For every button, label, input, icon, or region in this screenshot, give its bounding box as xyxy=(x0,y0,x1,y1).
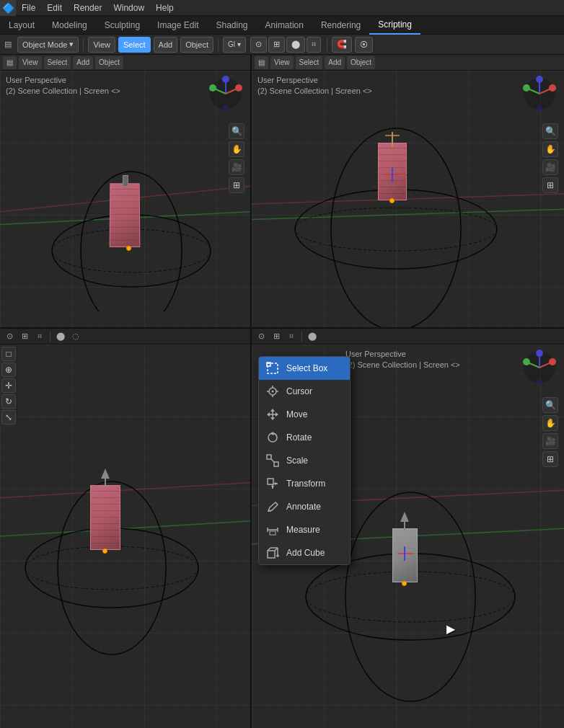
tab-modeling[interactable]: Modeling xyxy=(43,16,96,35)
vp-br-persp-btn[interactable]: ⊞ xyxy=(542,451,558,467)
tab-rendering[interactable]: Rendering xyxy=(312,16,369,35)
vp-br-icon4[interactable]: ⬤ xyxy=(306,330,319,343)
vp-tr-zoom-btn[interactable]: 🔍 xyxy=(542,123,558,139)
vp-br-label: User Perspective (2) Scene Collection | … xyxy=(345,349,460,371)
vp-tl-select-btn[interactable]: Select xyxy=(44,56,71,69)
tab-sculpting[interactable]: Sculpting xyxy=(96,16,149,35)
vp-tr-mode-btn[interactable]: ▤ xyxy=(255,56,268,69)
menu-edit[interactable]: Edit xyxy=(41,0,68,16)
scale-label: Scale xyxy=(286,456,308,466)
menu-file[interactable]: File xyxy=(16,0,41,16)
vp-br-header: ⊙ ⊞ ⌗ ⬤ xyxy=(252,329,564,345)
vp-tl-view-btn[interactable]: View xyxy=(19,56,42,69)
vp-bl-icon3[interactable]: ⌗ xyxy=(33,330,46,343)
global-local-btn[interactable]: Gl ▾ xyxy=(223,37,246,53)
svg-point-28 xyxy=(523,84,530,92)
vp-tl-add-btn[interactable]: Add xyxy=(73,56,93,69)
vp-bl-icon2[interactable]: ⊞ xyxy=(18,330,31,343)
measure-icon xyxy=(266,523,279,536)
tab-scripting[interactable]: Scripting xyxy=(369,16,420,35)
vp-bl-icon5[interactable]: ◌ xyxy=(69,330,82,343)
viewport-top-right[interactable]: ▤ View Select Add Object User Perspectiv… xyxy=(252,55,564,329)
tab-layout[interactable]: Layout xyxy=(0,16,43,35)
view-menu-btn[interactable]: View xyxy=(88,37,115,53)
menu-render[interactable]: Render xyxy=(68,0,107,16)
add-cube-icon xyxy=(266,546,279,559)
svg-point-56 xyxy=(549,358,556,365)
vp-tl-header: ▤ View Select Add Object xyxy=(0,55,250,71)
dropdown-item-move[interactable]: Move xyxy=(259,403,350,426)
select-menu-btn[interactable]: Select xyxy=(118,37,151,53)
tab-animation[interactable]: Animation xyxy=(257,16,312,35)
vp-br-collection: (2) Scene Collection | Screen <> xyxy=(345,360,460,370)
viewport-top-left[interactable]: ▤ View Select Add Object xyxy=(0,55,252,329)
tab-image-edit[interactable]: Image Edit xyxy=(149,16,207,35)
viewport-shading-btn2[interactable]: ⊞ xyxy=(268,37,285,53)
scale-icon xyxy=(266,454,279,467)
vp-tr-orbit-btn[interactable]: 🎥 xyxy=(542,159,558,175)
vp-bl-icon4[interactable]: ⬤ xyxy=(54,330,67,343)
dropdown-item-rotate[interactable]: Rotate xyxy=(259,426,350,449)
main-viewport-area: ▤ View Select Add Object xyxy=(0,55,564,728)
add-menu-btn[interactable]: Add xyxy=(154,37,178,53)
vp-tl-collection: (2) Scene Collection | Screen <> xyxy=(6,86,120,97)
vp-tl-persp-btn[interactable]: ⊞ xyxy=(229,177,244,193)
vp-tl-mode-btn[interactable]: ▤ xyxy=(3,56,17,69)
dropdown-item-cursor[interactable]: Cursor xyxy=(259,380,350,403)
svg-point-29 xyxy=(537,105,542,111)
cursor-label: Cursor xyxy=(286,386,312,396)
vp-tl-zoom-btn[interactable]: 🔍 xyxy=(229,123,244,139)
vp-tr-select-btn[interactable]: Select xyxy=(296,56,323,69)
dropdown-item-transform[interactable]: Transform xyxy=(259,472,350,495)
vp-tl-obj-btn[interactable]: Object xyxy=(95,56,123,69)
vp-tr-persp-btn[interactable]: ⊞ xyxy=(542,177,558,193)
object-mode-dropdown[interactable]: Object Mode ▾ xyxy=(17,37,79,53)
dropdown-item-annotate[interactable]: Annotate xyxy=(259,495,350,518)
blender-logo[interactable]: 🔷 xyxy=(0,0,16,16)
vp-tr-add-btn[interactable]: Add xyxy=(325,56,345,69)
vp-bl-tool-rotate[interactable]: ↻ xyxy=(1,394,16,409)
vp-bl-tool-scale[interactable]: ⤡ xyxy=(1,410,16,425)
svg-marker-89 xyxy=(275,482,278,485)
proportional-btn[interactable]: ⦿ xyxy=(355,37,373,53)
svg-rect-68 xyxy=(267,363,270,366)
menu-window[interactable]: Window xyxy=(107,0,150,16)
mode-icon: ▤ xyxy=(4,40,12,49)
dropdown-item-select-box[interactable]: Select Box xyxy=(259,357,350,380)
vp-br-sep xyxy=(301,332,302,342)
vp-tr-pan-btn[interactable]: ✋ xyxy=(542,141,558,157)
viewport-bottom-left[interactable]: ⊙ ⊞ ⌗ ⬤ ◌ xyxy=(0,329,252,728)
dropdown-item-measure[interactable]: Measure xyxy=(259,518,350,541)
svg-point-26 xyxy=(549,84,556,92)
vp-br-pan-btn[interactable]: ✋ xyxy=(542,415,558,431)
dropdown-item-add-cube[interactable]: Add Cube xyxy=(259,541,350,564)
vp-br-icon1[interactable]: ⊙ xyxy=(255,330,268,343)
vp-tr-obj-btn[interactable]: Object xyxy=(347,56,375,69)
vp-bl-tool-cursor[interactable]: ⊕ xyxy=(1,363,16,377)
svg-rect-96 xyxy=(268,551,275,558)
vp-tl-pan-btn[interactable]: ✋ xyxy=(229,141,244,157)
viewport-shading-btn4[interactable]: ⌗ xyxy=(307,37,321,53)
vp-bl-icon1[interactable]: ⊙ xyxy=(3,330,16,343)
vp-tl-perspective: User Perspective xyxy=(6,75,120,86)
menu-help[interactable]: Help xyxy=(150,0,180,16)
vp-br-zoom-btn[interactable]: 🔍 xyxy=(542,397,558,413)
vp-br-orbit-btn[interactable]: 🎥 xyxy=(542,433,558,449)
svg-marker-77 xyxy=(270,409,275,412)
tab-shading[interactable]: Shading xyxy=(207,16,256,35)
svg-rect-86 xyxy=(268,479,273,484)
vp-tr-view-btn[interactable]: View xyxy=(270,56,294,69)
viewport-shading-btn1[interactable]: ⊙ xyxy=(250,37,267,53)
vp-br-icon3[interactable]: ⌗ xyxy=(285,330,298,343)
vp-bl-tool-select[interactable]: □ xyxy=(1,347,16,361)
rotate-label: Rotate xyxy=(286,432,312,443)
header-toolbar: ▤ Object Mode ▾ View Select Add Object G… xyxy=(0,35,564,55)
vp-tl-orbit-btn[interactable]: 🎥 xyxy=(229,159,244,175)
snap-btn[interactable]: 🧲 xyxy=(332,37,352,53)
vp-bl-tool-move[interactable]: ✛ xyxy=(1,378,16,393)
viewport-shading-btn3[interactable]: ⬤ xyxy=(286,37,305,53)
add-cube-label: Add Cube xyxy=(286,548,325,558)
vp-br-icon2[interactable]: ⊞ xyxy=(270,330,283,343)
object-menu-btn[interactable]: Object xyxy=(180,37,213,53)
dropdown-item-scale[interactable]: Scale xyxy=(259,449,350,472)
